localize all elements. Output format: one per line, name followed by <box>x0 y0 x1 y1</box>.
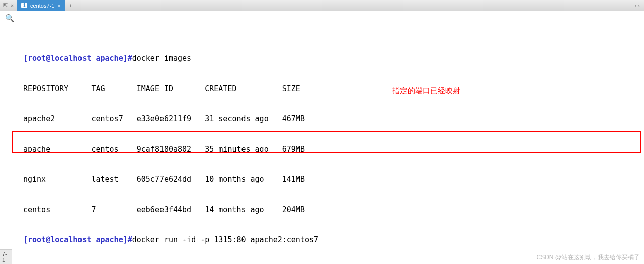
prompt: [root@localhost apache]# <box>23 54 132 63</box>
tab-label: centos7-1 <box>30 3 54 9</box>
search-icon[interactable]: 🔍 <box>5 13 15 23</box>
terminal-line: [root@localhost apache]#docker run -id -… <box>3 235 644 245</box>
annotation-label: 指定的端口已经映射 <box>392 86 460 96</box>
command: docker images <box>132 54 191 63</box>
command: docker run -id -p 1315:80 apache2:centos… <box>132 235 318 244</box>
sidebar-session-label[interactable]: 7-1 <box>0 249 12 264</box>
tab-close-x-icon[interactable]: × <box>57 3 60 9</box>
tab-close-icon[interactable]: × <box>11 3 14 9</box>
table-row: apache2 centos7 e33e0e6211f9 31 seconds … <box>3 114 644 124</box>
watermark: CSDN @站在这别动，我去给你买橘子 <box>536 253 640 262</box>
tab-nav-arrows-icon[interactable]: ‹ › <box>631 3 644 9</box>
pin-icon[interactable]: ⇱ <box>3 2 8 9</box>
terminal-line: REPOSITORY TAG IMAGE ID CREATED SIZE <box>3 84 644 94</box>
table-row: centos 7 eeb6ee3f44bd 14 months ago 204M… <box>3 205 644 215</box>
prompt: [root@localhost apache]# <box>23 235 132 244</box>
terminal-line: [root@localhost apache]#docker images <box>3 53 644 63</box>
table-row: nginx latest 605c77e624dd 10 months ago … <box>3 174 644 184</box>
table-row: apache centos 9caf8180a802 35 minutes ag… <box>3 144 644 154</box>
tab-add-button[interactable]: + <box>65 0 76 11</box>
tab-centos7-1[interactable]: 1 centos7-1 × <box>17 0 65 11</box>
tab-bar: ⇱ × 1 centos7-1 × + ‹ › <box>0 0 644 11</box>
tab-index-badge: 1 <box>21 3 27 8</box>
tab-controls: ⇱ × <box>0 0 17 11</box>
terminal-area[interactable]: 🔍 [root@localhost apache]#docker images … <box>0 11 644 264</box>
